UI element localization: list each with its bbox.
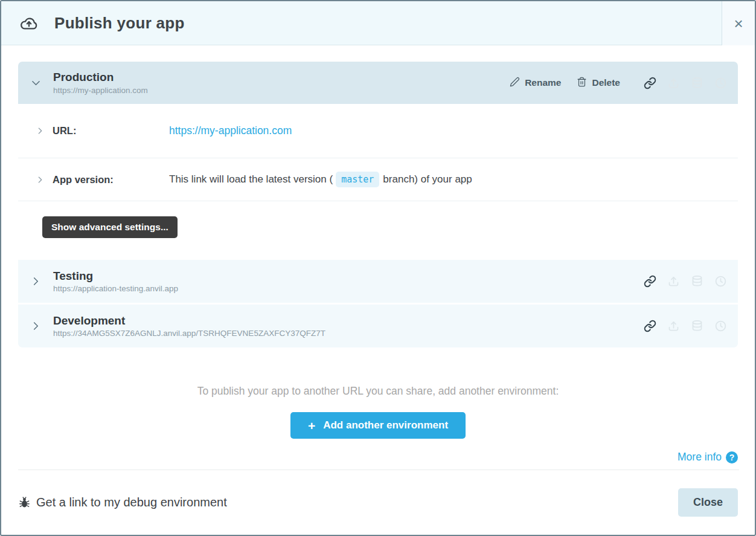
- version-text-after: branch) of your app: [383, 173, 472, 186]
- close-icon: ×: [734, 16, 743, 31]
- footer-divider: [18, 470, 739, 470]
- close-dialog-button[interactable]: ×: [722, 1, 755, 45]
- environment-url: https://application-testing.anvil.app: [53, 284, 178, 293]
- url-detail-row: URL: https://my-application.com: [18, 104, 738, 158]
- environment-url: https://34AMG5SX7Z6AGNLJ.anvil.app/TSRHQ…: [53, 329, 325, 338]
- rename-label: Rename: [525, 77, 561, 88]
- publish-app-dialog: Publish your app × Production https://my…: [0, 0, 756, 536]
- chevron-right-icon[interactable]: [27, 317, 45, 335]
- add-environment-prompt: To publish your app to another URL you c…: [18, 385, 738, 398]
- environment-icon-group: [643, 76, 727, 89]
- chevron-down-icon[interactable]: [27, 74, 45, 92]
- copy-link-icon[interactable]: [643, 320, 656, 333]
- environment-titles: Development https://34AMG5SX7Z6AGNLJ.anv…: [53, 314, 325, 338]
- rename-button[interactable]: Rename: [510, 77, 561, 89]
- app-version-detail-row: App version: This link will load the lat…: [18, 158, 738, 201]
- delete-label: Delete: [592, 77, 620, 88]
- deploy-upload-icon[interactable]: [667, 275, 680, 288]
- deploy-upload-icon[interactable]: [667, 76, 680, 89]
- bug-icon: [18, 496, 31, 509]
- environment-name: Production: [53, 71, 148, 85]
- history-clock-icon[interactable]: [714, 320, 727, 333]
- advanced-settings-row: Show advanced settings...: [18, 201, 738, 258]
- add-environment-button-label: Add another environment: [323, 419, 448, 431]
- version-text-before: This link will load the latest version (: [169, 173, 333, 186]
- add-environment-button[interactable]: + Add another environment: [290, 412, 466, 439]
- url-label: URL:: [53, 125, 169, 137]
- close-button[interactable]: Close: [678, 488, 738, 517]
- environments-panel: Production https://my-application.com Re…: [18, 62, 738, 347]
- copy-link-icon[interactable]: [643, 76, 656, 89]
- copy-link-icon[interactable]: [643, 275, 656, 288]
- environment-titles: Production https://my-application.com: [53, 71, 148, 95]
- question-circle-icon: ?: [726, 451, 738, 463]
- production-details: URL: https://my-application.com App vers…: [18, 104, 738, 258]
- pencil-icon: [510, 77, 520, 89]
- branch-name-chip: master: [336, 172, 379, 187]
- app-version-label: App version:: [53, 174, 169, 186]
- environment-row-testing[interactable]: Testing https://application-testing.anvi…: [18, 260, 738, 303]
- chevron-right-icon[interactable]: [34, 126, 45, 137]
- environment-url: https://my-application.com: [53, 86, 148, 95]
- chevron-right-icon[interactable]: [27, 273, 45, 291]
- deploy-upload-icon[interactable]: [667, 320, 680, 333]
- cloud-upload-icon: [17, 13, 41, 33]
- production-url-link[interactable]: https://my-application.com: [169, 124, 292, 137]
- dialog-footer: Get a link to my debug environment Close: [1, 470, 755, 535]
- trash-icon: [577, 77, 587, 89]
- debug-link-label: Get a link to my debug environment: [36, 496, 227, 509]
- plus-icon: +: [308, 419, 315, 432]
- debug-environment-link[interactable]: Get a link to my debug environment: [18, 496, 227, 509]
- page-title: Publish your app: [54, 14, 185, 33]
- dialog-body: Production https://my-application.com Re…: [1, 45, 755, 470]
- environment-row-development[interactable]: Development https://34AMG5SX7Z6AGNLJ.anv…: [18, 305, 738, 347]
- delete-button[interactable]: Delete: [577, 77, 620, 89]
- history-clock-icon[interactable]: [714, 76, 727, 89]
- environment-row-production[interactable]: Production https://my-application.com Re…: [18, 62, 738, 104]
- history-clock-icon[interactable]: [714, 275, 727, 288]
- app-version-text: This link will load the latest version (…: [169, 172, 472, 187]
- environment-name: Development: [53, 314, 325, 328]
- show-advanced-settings-button[interactable]: Show advanced settings...: [42, 216, 178, 238]
- database-icon[interactable]: [690, 320, 703, 333]
- database-icon[interactable]: [690, 76, 703, 89]
- more-info-link[interactable]: More info ?: [678, 451, 738, 463]
- more-info-label: More info: [678, 451, 722, 463]
- dialog-header: Publish your app ×: [1, 1, 755, 45]
- environment-titles: Testing https://application-testing.anvi…: [53, 270, 178, 294]
- environment-icon-group: [643, 320, 727, 333]
- chevron-right-icon[interactable]: [34, 174, 45, 185]
- database-icon[interactable]: [690, 275, 703, 288]
- environment-icon-group: [643, 275, 727, 288]
- environment-name: Testing: [53, 270, 178, 283]
